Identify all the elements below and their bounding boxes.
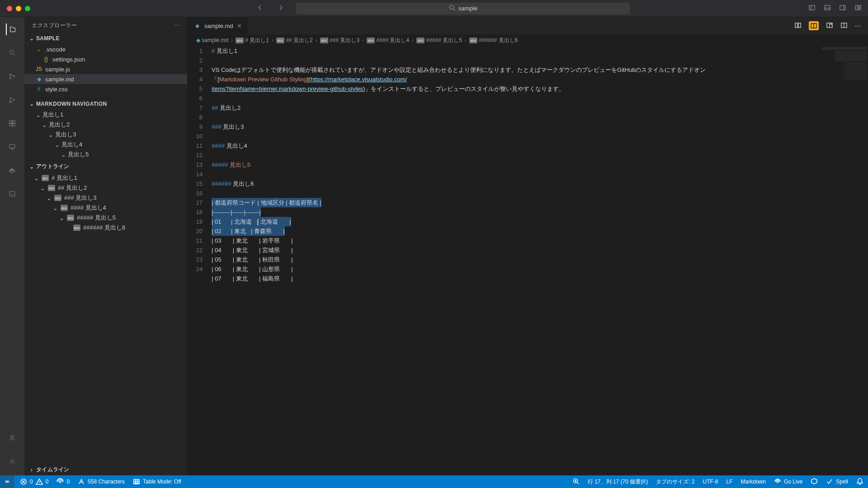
code-area[interactable]: 123456789101112131415161718192021222324 … xyxy=(187,46,868,475)
run-debug-icon[interactable] xyxy=(6,94,18,106)
explorer-icon[interactable] xyxy=(6,23,18,35)
layout-controls xyxy=(808,4,862,13)
outline-item[interactable]: ⌄abc# 見出し1 xyxy=(24,173,187,183)
ports-status[interactable]: 0 xyxy=(57,478,70,485)
md-nav-item[interactable]: ⌄見出し4 xyxy=(24,140,187,150)
table-mode-status[interactable]: Table Mode: Off xyxy=(133,478,181,485)
language-mode[interactable]: Markdown xyxy=(741,479,766,485)
breadcrumb-item[interactable]: abc ### 見出し3 xyxy=(320,37,359,44)
close-window[interactable] xyxy=(7,6,12,11)
go-live-status[interactable]: Go Live xyxy=(774,478,802,485)
search-icon[interactable] xyxy=(6,47,18,59)
symbol-icon: abc xyxy=(320,38,328,43)
folder-header[interactable]: ⌄ SAMPLE xyxy=(24,33,187,43)
nav-label: 見出し1 xyxy=(42,111,63,119)
markdown-nav-header[interactable]: ⌄ MARKDOWN NAVIGATION xyxy=(24,99,187,109)
forward-icon[interactable] xyxy=(277,4,284,13)
breadcrumbs[interactable]: ◆ sample.md›abc # 見出し1›abc ## 見出し2›abc #… xyxy=(187,34,868,46)
sidebar-title-label: エクスプローラー xyxy=(32,22,77,29)
problems-status[interactable]: 0 0 xyxy=(20,478,48,485)
main-area: エクスプローラー ⋯ ⌄ SAMPLE ⌄.vscode{}settings.j… xyxy=(0,17,868,475)
folder-file-icon: ⌄ xyxy=(35,46,42,52)
source-control-icon[interactable] xyxy=(6,70,18,82)
outline-item[interactable]: abc###### 見出し6 xyxy=(24,223,187,233)
chevron-down-icon: ⌄ xyxy=(61,151,66,158)
toggle-secondary-sidebar-icon[interactable] xyxy=(839,4,846,13)
command-center[interactable]: sample xyxy=(296,3,630,14)
docker-icon[interactable] xyxy=(6,164,18,176)
file-name: sample.md xyxy=(45,76,74,83)
minimize-window[interactable] xyxy=(16,6,21,11)
outline-item[interactable]: ⌄abc## 見出し2 xyxy=(24,183,187,193)
md-nav-item[interactable]: ⌄見出し1 xyxy=(24,110,187,120)
indentation-status[interactable]: タブのサイズ: 2 xyxy=(656,478,694,486)
outline-label: ## 見出し2 xyxy=(58,184,87,192)
settings-gear-icon[interactable] xyxy=(6,455,18,467)
file-name: settings.json xyxy=(52,56,85,63)
file-item[interactable]: ◆sample.md xyxy=(24,74,187,84)
split-editor-icon[interactable] xyxy=(840,22,848,30)
breadcrumb-item[interactable]: abc ##### 見出し5 xyxy=(416,37,462,44)
file-name: style.css xyxy=(45,86,68,93)
svg-rect-18 xyxy=(11,170,13,171)
file-item[interactable]: {}settings.json xyxy=(24,54,187,64)
markdown-preview-icon[interactable] xyxy=(809,21,819,30)
toggle-primary-sidebar-icon[interactable] xyxy=(808,4,816,13)
nav-label: 見出し2 xyxy=(49,121,70,129)
close-icon[interactable]: ✕ xyxy=(237,23,242,29)
remote-explorer-icon[interactable] xyxy=(6,141,18,153)
extensions-icon[interactable] xyxy=(6,117,18,129)
breadcrumb-item[interactable]: abc # 見出し1 xyxy=(236,37,269,44)
tab-sample-md[interactable]: ◆ sample.md ✕ xyxy=(187,17,249,34)
cursor-position[interactable]: 行 17、列 17 (70 個選択) xyxy=(588,478,648,486)
file-item[interactable]: #style.css xyxy=(24,84,187,94)
outline-item[interactable]: ⌄abc### 見出し3 xyxy=(24,193,187,203)
md-nav-item[interactable]: ⌄見出し3 xyxy=(24,130,187,140)
encoding-status[interactable]: UTF-8 xyxy=(703,479,718,485)
md-nav-item[interactable]: ⌄見出し5 xyxy=(24,150,187,160)
zoom-icon[interactable] xyxy=(572,478,580,486)
eol-status[interactable]: LF xyxy=(726,479,733,485)
notifications-icon[interactable] xyxy=(856,478,863,486)
outline-label: #### 見出し4 xyxy=(71,204,106,212)
svg-point-28 xyxy=(831,23,832,24)
more-actions-icon[interactable]: ⋯ xyxy=(855,23,861,29)
md-nav-item[interactable]: ⌄見出し2 xyxy=(24,120,187,130)
breadcrumb-separator: › xyxy=(362,37,364,43)
svg-rect-24 xyxy=(795,23,797,28)
sidebar-more-icon[interactable]: ⋯ xyxy=(175,22,180,28)
history-nav xyxy=(256,4,284,13)
outline-item[interactable]: ⌄abc#### 見出し4 xyxy=(24,203,187,213)
editor-actions: ⋯ xyxy=(794,17,868,34)
file-item[interactable]: ⌄.vscode xyxy=(24,44,187,54)
minimap[interactable] xyxy=(818,46,868,475)
timeline-header[interactable]: › タイムライン xyxy=(24,464,187,475)
breadcrumb-separator: › xyxy=(231,37,233,43)
file-item[interactable]: JSsample.js xyxy=(24,64,187,74)
breadcrumb-item[interactable]: abc #### 見出し4 xyxy=(367,37,409,44)
chevron-down-icon: ⌄ xyxy=(35,112,41,118)
back-icon[interactable] xyxy=(256,4,264,13)
toggle-panel-icon[interactable] xyxy=(824,4,831,13)
breadcrumb-item[interactable]: ◆ sample.md xyxy=(196,37,228,43)
markdown-nav-tree: ⌄見出し1⌄見出し2⌄見出し3⌄見出し4⌄見出し5 xyxy=(24,109,187,160)
spell-status[interactable]: Spell xyxy=(826,478,848,485)
remote-indicator[interactable] xyxy=(0,475,14,488)
char-count-status[interactable]: 558 Characters xyxy=(78,478,125,485)
open-changes-icon[interactable] xyxy=(794,22,802,30)
symbol-icon: abc xyxy=(54,195,61,201)
search-text: sample xyxy=(458,5,477,12)
breadcrumb-item[interactable]: abc ###### 見出し6 xyxy=(469,37,518,44)
customize-layout-icon[interactable] xyxy=(854,4,862,13)
outline-item[interactable]: ⌄abc##### 見出し5 xyxy=(24,213,187,223)
terminal-icon[interactable] xyxy=(6,188,18,200)
breadcrumb-item[interactable]: abc ## 見出し2 xyxy=(276,37,313,44)
maximize-window[interactable] xyxy=(25,6,30,11)
open-preview-side-icon[interactable] xyxy=(826,22,833,30)
outline-header[interactable]: ⌄ アウトライン xyxy=(24,161,187,172)
section-label: アウトライン xyxy=(36,163,70,170)
accounts-icon[interactable] xyxy=(6,432,18,444)
nav-label: 見出し5 xyxy=(68,150,89,159)
eslint-icon[interactable] xyxy=(811,478,818,486)
code-content[interactable]: # 見出し1 VS Codeはデフォルトで便利な機能が搭載されていますが、アドオ… xyxy=(212,46,868,475)
